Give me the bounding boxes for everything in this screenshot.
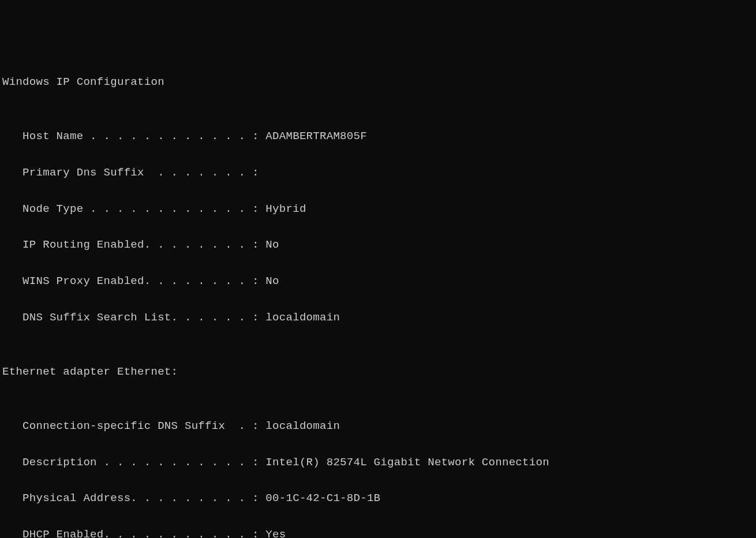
node-type-row: Node Type . . . . . . . . . . . . : Hybr… bbox=[2, 200, 754, 218]
physical-address-row: Physical Address. . . . . . . . . : 00-1… bbox=[2, 490, 754, 507]
ipconfig-header: Windows IP Configuration bbox=[2, 73, 754, 91]
conn-dns-suffix-row: Connection-specific DNS Suffix . : local… bbox=[2, 417, 754, 435]
primary-dns-suffix-row: Primary Dns Suffix . . . . . . . : bbox=[2, 164, 754, 182]
dhcp-enabled-row: DHCP Enabled. . . . . . . . . . . : Yes bbox=[2, 526, 754, 538]
adapter-header: Ethernet adapter Ethernet: bbox=[2, 363, 754, 381]
dns-suffix-search-row: DNS Suffix Search List. . . . . . : loca… bbox=[2, 309, 754, 327]
description-row: Description . . . . . . . . . . . : Inte… bbox=[2, 454, 754, 472]
ip-routing-row: IP Routing Enabled. . . . . . . . : No bbox=[2, 236, 754, 254]
host-name-row: Host Name . . . . . . . . . . . . : ADAM… bbox=[2, 128, 754, 145]
wins-proxy-row: WINS Proxy Enabled. . . . . . . . : No bbox=[2, 272, 754, 290]
